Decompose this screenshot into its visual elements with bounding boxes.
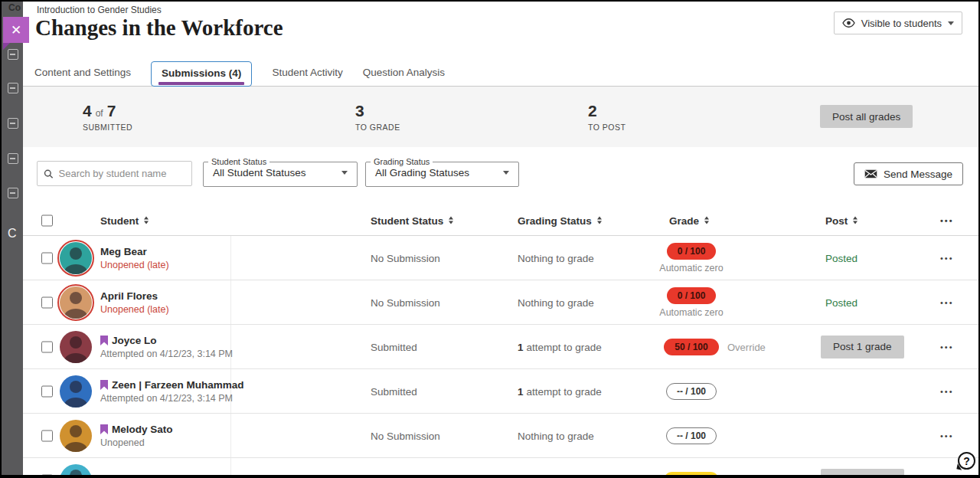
grade-pill[interactable]: 0 / 100 <box>667 287 717 304</box>
question-mark-icon: ? <box>963 455 970 467</box>
sidebar-clipped-text: Co <box>8 2 21 13</box>
tab-bar: Content and Settings Submissions (4) Stu… <box>23 59 978 87</box>
student-cell[interactable]: Melody Sato Unopened <box>100 424 173 448</box>
tab-content-and-settings[interactable]: Content and Settings <box>34 61 131 84</box>
grade-pill[interactable]: -- / 100 <box>666 383 717 400</box>
row-options-icon[interactable]: ••• <box>940 254 954 263</box>
select-all-checkbox[interactable] <box>41 214 53 226</box>
grade-pill[interactable]: 50 / 100 <box>664 339 718 355</box>
post-grade-button[interactable]: Post 1 grade <box>821 336 904 358</box>
student-substatus: Attempted on 4/12/23, 3:14 PM <box>100 393 244 404</box>
student-name: April Flores <box>100 290 158 302</box>
grade-note: Automatic zero <box>659 263 723 273</box>
avatar <box>60 464 92 476</box>
tab-student-activity[interactable]: Student Activity <box>272 61 342 84</box>
column-header-grade[interactable]: Grade <box>669 214 709 226</box>
student-cell[interactable]: April Flores Unopened (late) <box>100 290 169 315</box>
grading-status-filter-label: Grading Status <box>371 157 433 166</box>
grade-pill[interactable]: 70 / 100 <box>664 472 718 476</box>
student-search[interactable] <box>37 161 192 186</box>
grade-pill[interactable]: 0 / 100 <box>667 243 717 260</box>
row-checkbox[interactable] <box>41 296 53 308</box>
grade-pill[interactable]: -- / 100 <box>666 427 717 444</box>
student-substatus: Attempted on 4/12/23, 3:14 PM <box>100 349 233 359</box>
visibility-dropdown[interactable]: Visible to students <box>834 11 962 34</box>
help-button[interactable]: ? <box>958 452 975 470</box>
calendar-icon[interactable] <box>8 49 18 60</box>
column-header-grading-status[interactable]: Grading Status <box>518 214 602 226</box>
envelope-icon <box>864 169 877 178</box>
row-options-icon[interactable]: ••• <box>940 298 954 307</box>
grading-status-value: 1attempt to grade <box>518 385 602 397</box>
tab-question-analysis[interactable]: Question Analysis <box>363 61 445 84</box>
student-substatus: Unopened (late) <box>100 304 169 315</box>
student-substatus: Unopened (late) <box>100 260 169 270</box>
table-row: Zeen | Farzeen Muhammad Attempted on 4/1… <box>23 369 978 414</box>
row-checkbox[interactable] <box>41 474 53 475</box>
row-options-icon[interactable]: ••• <box>940 387 954 396</box>
grading-status-filter[interactable]: Grading Status All Grading Statuses <box>365 157 519 187</box>
stats-bar: 4 of 7 SUBMITTED 3 TO GRADE 2 TO POST Po… <box>23 87 978 147</box>
table-row: Joyce Lo Attempted on 4/12/23, 3:14 PM S… <box>23 325 978 369</box>
avatar <box>60 242 92 274</box>
table-body: Meg Bear Unopened (late) No Submission N… <box>23 236 978 475</box>
calculator-icon[interactable] <box>8 83 18 93</box>
bookmark-flag-icon <box>100 424 108 434</box>
send-message-button[interactable]: Send Message <box>854 162 963 185</box>
student-cell[interactable]: Joyce Lo Attempted on 4/12/23, 3:14 PM <box>100 335 233 359</box>
sort-icon <box>704 217 709 224</box>
grade-cell: 70 / 100 <box>641 472 742 476</box>
row-options-icon[interactable]: ••• <box>940 431 954 440</box>
grade-cell: -- / 100 <box>641 427 742 444</box>
sort-icon <box>597 217 602 224</box>
course-sidebar: Co C <box>2 2 23 475</box>
column-header-student-status-label: Student Status <box>371 214 443 226</box>
stat-submitted: 4 of 7 SUBMITTED <box>83 102 132 132</box>
printer-icon[interactable] <box>8 188 18 198</box>
tab-submissions[interactable]: Submissions (4) <box>151 61 252 87</box>
student-cell[interactable]: Meg Bear Unopened (late) <box>100 246 169 270</box>
sort-icon <box>449 217 453 224</box>
student-name: Melody Sato <box>112 424 173 435</box>
table-options-icon[interactable]: ••• <box>940 216 954 225</box>
send-message-label: Send Message <box>884 169 952 180</box>
gradebook-icon[interactable] <box>8 118 18 129</box>
chevron-down-icon <box>948 21 954 25</box>
student-status-value: No Submission <box>371 252 440 264</box>
post-grade-button[interactable]: Post 1 grade <box>821 469 904 476</box>
post-all-grades-button[interactable]: Post all grades <box>820 105 913 128</box>
student-status-value: No Submission <box>371 296 440 308</box>
column-header-student-status[interactable]: Student Status <box>371 214 453 226</box>
row-checkbox[interactable] <box>41 252 53 264</box>
submissions-panel: Introduction to Gender Studies Changes i… <box>23 2 978 475</box>
avatar <box>60 420 92 452</box>
avatar <box>60 375 92 408</box>
submitted-label: SUBMITTED <box>83 123 132 132</box>
sort-icon <box>144 217 149 224</box>
row-checkbox[interactable] <box>41 385 53 397</box>
row-options-icon[interactable]: ••• <box>940 342 954 352</box>
table-row: Melody Sato Unopened No Submission Nothi… <box>23 414 978 458</box>
avatar <box>60 331 92 363</box>
close-panel-button[interactable]: ✕ <box>3 17 29 43</box>
grading-status-value: Nothing to grade <box>518 252 594 264</box>
column-header-grade-label: Grade <box>669 214 699 226</box>
row-checkbox[interactable] <box>41 341 53 352</box>
app-window: Co C ✕ Introduction to Gender Studies Ch… <box>2 2 978 475</box>
posted-status: Posted <box>825 296 858 308</box>
chevron-down-icon <box>341 171 348 175</box>
pencil-icon[interactable] <box>8 153 18 164</box>
column-header-post[interactable]: Post <box>825 214 858 226</box>
student-status-filter-value: All Student Statuses <box>213 167 306 178</box>
stat-to-grade: 3 TO GRADE <box>355 102 400 132</box>
table-row: Meg Bear Unopened (late) No Submission N… <box>23 236 978 280</box>
column-header-student[interactable]: Student <box>100 214 149 226</box>
student-cell[interactable]: Arden Tuomala <box>100 474 175 475</box>
submitted-count: 4 <box>83 102 92 120</box>
close-icon: ✕ <box>11 22 21 38</box>
search-input[interactable] <box>59 168 185 179</box>
student-status-filter[interactable]: Student Status All Student Statuses <box>203 157 358 187</box>
row-checkbox[interactable] <box>41 430 53 441</box>
student-cell[interactable]: Zeen | Farzeen Muhammad Attempted on 4/1… <box>100 379 244 404</box>
grade-cell: 0 / 100 Automatic zero <box>641 243 742 273</box>
